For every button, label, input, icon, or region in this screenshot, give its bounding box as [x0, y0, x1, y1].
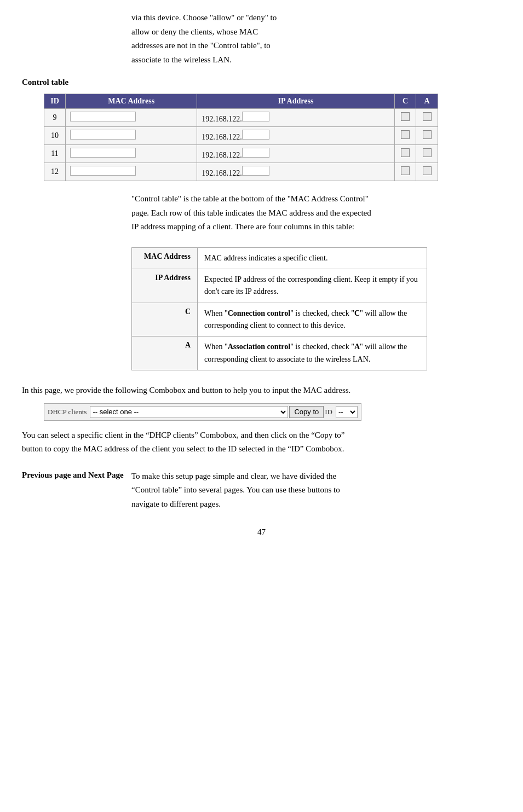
c-checkbox-cell	[394, 163, 416, 181]
id-select[interactable]: --	[336, 406, 358, 418]
col-header-mac: MAC Address	[66, 94, 197, 109]
prev-next-line2: “Control table” into several pages. You …	[131, 483, 340, 497]
control-table: ID MAC Address IP Address C A 9 192.168.…	[44, 94, 438, 181]
mac-input-10[interactable]	[70, 130, 136, 140]
a-checkbox-cell	[416, 127, 438, 145]
def-table: MAC Address MAC address indicates a spec…	[131, 247, 427, 371]
ip-input-cell: 192.168.122.	[197, 109, 394, 127]
table-row: 9 192.168.122.	[44, 109, 438, 127]
combobox-desc-line1: You can select a specific client in the …	[22, 428, 501, 443]
def-mac: MAC address indicates a specific client.	[198, 247, 427, 269]
col-header-id: ID	[44, 94, 66, 109]
c-checkbox-cell	[394, 127, 416, 145]
a-checkbox-11[interactable]	[423, 148, 432, 157]
a-checkbox-12[interactable]	[423, 166, 432, 175]
term-ip: IP Address	[132, 269, 198, 303]
term-a: A	[132, 337, 198, 370]
table-row: 10 192.168.122.	[44, 127, 438, 145]
ip-input-cell: 192.168.122.	[197, 145, 394, 163]
table-row: 12 192.168.122.	[44, 163, 438, 181]
c-checkbox-12[interactable]	[401, 166, 410, 175]
mac-input-12[interactable]	[70, 166, 136, 176]
c-checkbox-cell	[394, 109, 416, 127]
row-id: 10	[44, 127, 66, 145]
combobox-section: In this page, we provide the following C…	[22, 384, 501, 456]
control-table-title: Control table	[22, 78, 501, 87]
combobox-desc: You can select a specific client in the …	[22, 428, 501, 456]
def-row-a: A When "Association control" is checked,…	[132, 337, 427, 370]
intro-line4: associate to the wireless LAN.	[131, 53, 501, 67]
def-row-c: C When "Connection control" is checked, …	[132, 303, 427, 337]
c-checkbox-9[interactable]	[401, 112, 410, 121]
term-mac: MAC Address	[132, 247, 198, 269]
intro-line2: allow or deny the clients, whose MAC	[131, 25, 501, 39]
c-checkbox-10[interactable]	[401, 130, 410, 139]
def-row-ip: IP Address Expected IP address of the co…	[132, 269, 427, 303]
intro-text: via this device. Choose "allow" or "deny…	[131, 11, 501, 67]
description-block: "Control table" is the table at the bott…	[131, 192, 501, 234]
desc-line1: "Control table" is the table at the bott…	[131, 192, 501, 206]
table-row: 11 192.168.122.	[44, 145, 438, 163]
mac-input-11[interactable]	[70, 148, 136, 158]
a-checkbox-cell	[416, 163, 438, 181]
mac-input-cell	[66, 127, 197, 145]
row-id: 11	[44, 145, 66, 163]
ip-input-11[interactable]	[242, 148, 269, 158]
prev-next-label: Previous page and Next Page	[22, 469, 131, 480]
c-checkbox-11[interactable]	[401, 148, 410, 157]
prev-next-section: Previous page and Next Page To make this…	[22, 469, 501, 512]
toolbar-row: DHCP clients -- select one -- Copy to ID…	[44, 403, 361, 421]
ip-input-cell: 192.168.122.	[197, 127, 394, 145]
ip-input-9[interactable]	[242, 112, 269, 121]
ip-input-cell: 192.168.122.	[197, 163, 394, 181]
a-checkbox-cell	[416, 145, 438, 163]
id-label: ID	[325, 408, 332, 416]
a-checkbox-10[interactable]	[423, 130, 432, 139]
prev-next-line3: navigate to different pages.	[131, 497, 340, 512]
desc-line3: IP address mapping of a client. There ar…	[131, 220, 501, 234]
prev-next-line1: To make this setup page simple and clear…	[131, 469, 340, 484]
def-a: When "Association control" is checked, c…	[198, 337, 427, 370]
intro-line1: via this device. Choose "allow" or "deny…	[131, 11, 501, 25]
def-c: When "Connection control" is checked, ch…	[198, 303, 427, 337]
a-checkbox-9[interactable]	[423, 112, 432, 121]
ip-input-10[interactable]	[242, 130, 269, 140]
mac-input-9[interactable]	[70, 112, 136, 121]
combobox-desc-line2: button to copy the MAC address of the cl…	[22, 442, 501, 456]
ip-input-12[interactable]	[242, 166, 269, 176]
def-ip: Expected IP address of the corresponding…	[198, 269, 427, 303]
combobox-intro: In this page, we provide the following C…	[22, 384, 501, 398]
mac-input-cell	[66, 163, 197, 181]
page-content: via this device. Choose "allow" or "deny…	[22, 11, 501, 537]
mac-input-cell	[66, 145, 197, 163]
prev-next-desc: To make this setup page simple and clear…	[131, 469, 340, 512]
row-id: 9	[44, 109, 66, 127]
term-c: C	[132, 303, 198, 337]
desc-line2: page. Each row of this table indicates t…	[131, 206, 501, 221]
page-number: 47	[22, 527, 501, 537]
a-checkbox-cell	[416, 109, 438, 127]
row-id: 12	[44, 163, 66, 181]
copy-to-button[interactable]: Copy to	[289, 406, 324, 418]
mac-input-cell	[66, 109, 197, 127]
intro-line3: addresses are not in the "Control table"…	[131, 39, 501, 53]
col-header-c: C	[394, 94, 416, 109]
control-table-section: Control table ID MAC Address IP Address …	[22, 78, 501, 181]
def-row-mac: MAC Address MAC address indicates a spec…	[132, 247, 427, 269]
col-header-a: A	[416, 94, 438, 109]
dhcp-clients-label: DHCP clients	[48, 408, 87, 416]
c-checkbox-cell	[394, 145, 416, 163]
dhcp-clients-select[interactable]: -- select one --	[90, 406, 288, 418]
col-header-ip: IP Address	[197, 94, 394, 109]
